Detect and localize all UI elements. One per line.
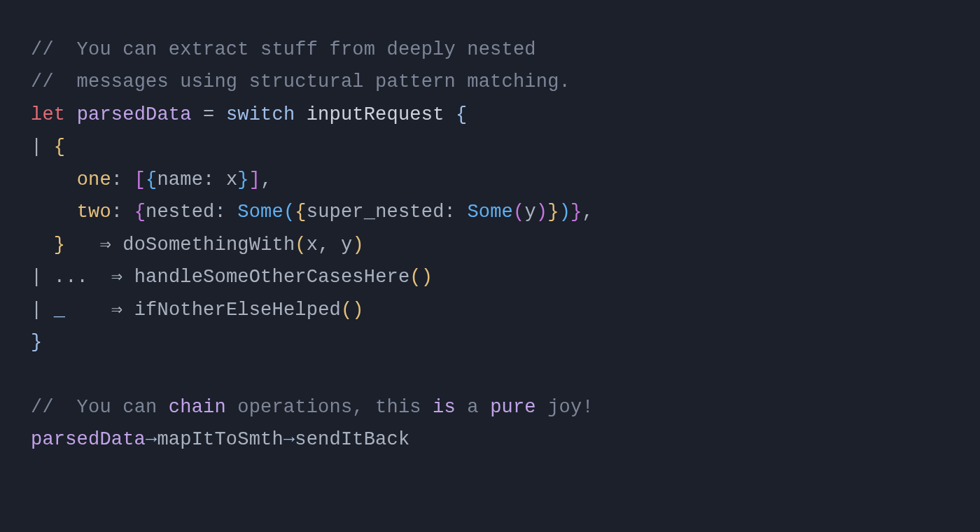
fn-doSomethingWith: doSomethingWith [122,234,295,255]
code-block: // You can extract stuff from deeply nes… [0,0,980,490]
fn-mapItToSmth: mapItToSmth [157,429,283,450]
var-x: x [226,169,237,190]
ident-inputRequest: inputRequest [307,104,444,125]
comment-line-3: // You can chain operations, this is a p… [31,397,594,418]
fn-handleSomeOtherCasesHere: handleSomeOtherCasesHere [134,267,410,288]
type-some-1: Some [237,202,284,223]
key-one: one [77,169,111,190]
comment-line-2: // messages using structural pattern mat… [31,71,570,92]
keyword-let: let [31,104,65,125]
fn-ifNotherElseHelped: ifNotherElseHelped [134,300,341,321]
key-two: two [77,202,111,223]
fn-sendItBack: sendItBack [295,429,410,450]
key-nested: nested [146,202,214,223]
wildcard: _ [54,300,65,321]
type-some-2: Some [467,202,513,223]
ident-parsedData: parsedData [77,104,192,125]
var-y: y [524,202,536,223]
keyword-switch: switch [226,104,295,125]
key-super-nested: super_nested [307,202,444,223]
ident-parsedData-2: parsedData [31,429,146,450]
key-name: name [157,169,203,190]
comment-line-1: // You can extract stuff from deeply nes… [31,39,536,60]
